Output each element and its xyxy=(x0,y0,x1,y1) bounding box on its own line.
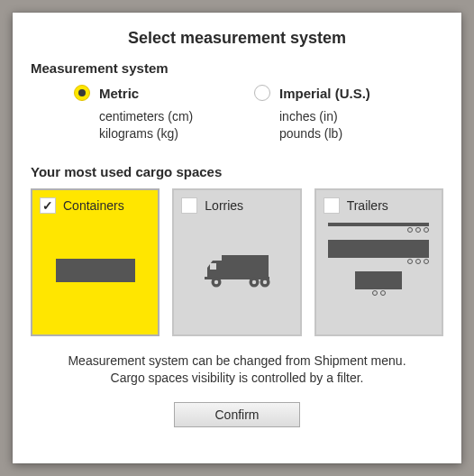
dialog-title: Select measurement system xyxy=(31,29,443,48)
measurement-section-label: Measurement system xyxy=(31,60,443,76)
radio-imperial-icon[interactable] xyxy=(254,85,270,101)
svg-rect-1 xyxy=(210,263,216,270)
radio-imperial-label: Imperial (U.S.) xyxy=(279,86,370,101)
cargo-card-containers[interactable]: Containers xyxy=(31,188,160,336)
checkbox-lorries[interactable] xyxy=(181,197,197,214)
radio-metric-label: Metric xyxy=(99,86,139,101)
checkbox-containers[interactable] xyxy=(40,197,56,214)
measurement-dialog: Select measurement system Measurement sy… xyxy=(13,13,461,463)
confirm-button[interactable]: Confirm xyxy=(174,402,300,427)
svg-rect-0 xyxy=(222,255,269,277)
svg-point-6 xyxy=(252,280,256,284)
hint-text: Measurement system can be changed from S… xyxy=(31,352,443,388)
truck-icon xyxy=(202,252,272,289)
radio-metric-icon[interactable] xyxy=(74,85,90,101)
svg-point-8 xyxy=(263,280,267,284)
measurement-option-imperial[interactable]: Imperial (U.S.) inches (in) pounds (lb) xyxy=(254,85,434,142)
measurement-option-metric[interactable]: Metric centimeters (cm) kilograms (kg) xyxy=(74,85,254,142)
container-icon xyxy=(56,259,135,282)
measurement-radio-group: Metric centimeters (cm) kilograms (kg) I… xyxy=(31,85,443,142)
cargo-card-lorries[interactable]: Lorries xyxy=(172,188,301,336)
card-label-trailers: Trailers xyxy=(347,198,388,213)
cargo-cards: Containers Lorries xyxy=(31,188,443,336)
radio-imperial-sub: inches (in) pounds (lb) xyxy=(254,108,342,142)
trailer-icon xyxy=(324,219,434,296)
cargo-section-label: Your most used cargo spaces xyxy=(31,164,443,179)
cargo-card-trailers[interactable]: Trailers xyxy=(314,188,443,336)
checkbox-trailers[interactable] xyxy=(324,197,340,214)
card-label-lorries: Lorries xyxy=(205,198,243,213)
svg-point-4 xyxy=(214,280,218,284)
radio-metric-sub: centimeters (cm) kilograms (kg) xyxy=(74,108,193,142)
card-label-containers: Containers xyxy=(63,198,124,213)
